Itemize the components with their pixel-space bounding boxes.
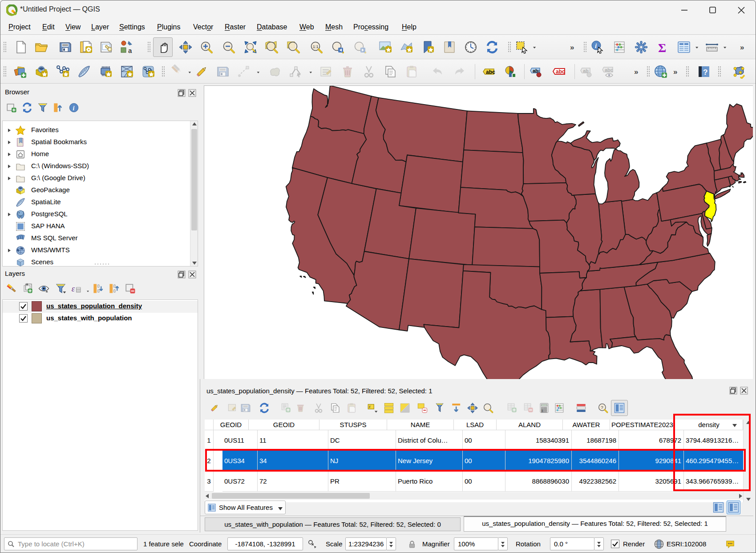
svg-text:a: a <box>128 47 132 54</box>
svg-text:1:1: 1:1 <box>313 44 319 49</box>
svg-text:i: i <box>73 105 75 112</box>
svg-text:ε: ε <box>369 404 371 409</box>
svg-text:ab: ab <box>583 68 589 73</box>
svg-text:abc: abc <box>605 67 613 73</box>
svg-text:abc: abc <box>486 69 495 75</box>
svg-text:?: ? <box>703 68 707 77</box>
svg-text:Σ: Σ <box>658 41 666 54</box>
svg-text:?: ? <box>601 405 603 410</box>
svg-text:abc: abc <box>556 69 565 75</box>
svg-text:ab: ab <box>533 68 538 73</box>
svg-text:Σ: Σ <box>542 409 544 413</box>
svg-text:ε: ε <box>72 284 75 293</box>
